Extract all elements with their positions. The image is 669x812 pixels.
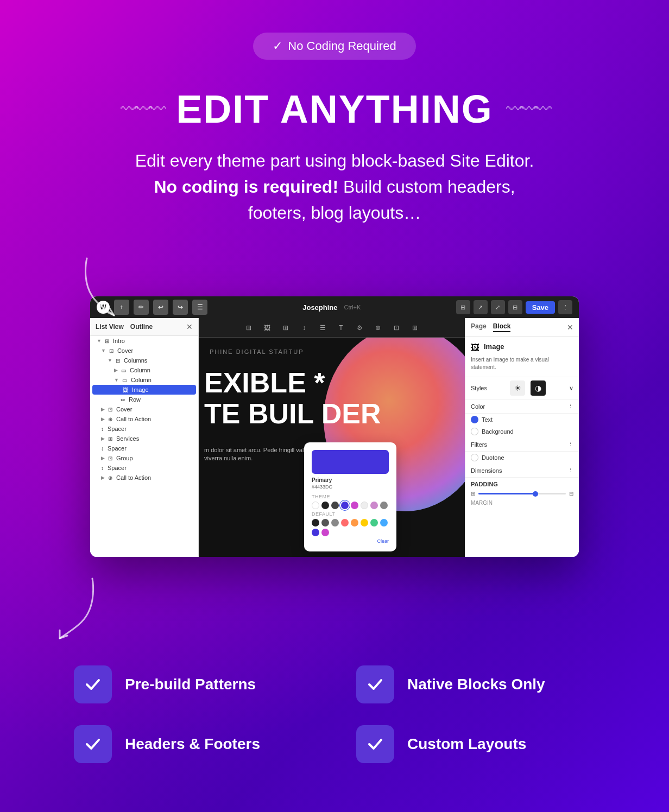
- text-color-label: Text: [482, 416, 493, 423]
- color-picker-popup: Primary #4433DC THEME: [304, 442, 396, 551]
- tree-columns[interactable]: ▼ ⊟ Columns: [90, 356, 198, 365]
- theme-color-lavender[interactable]: [370, 502, 378, 509]
- feature-item-1: Native Blocks Only: [356, 665, 595, 703]
- tree-cover-1[interactable]: ▼ ⊡ Cover: [90, 346, 198, 356]
- tree-group[interactable]: ▶ ⊡ Group: [90, 453, 198, 463]
- theme-color-purple[interactable]: [341, 502, 349, 509]
- tree-row[interactable]: ⇔ Row: [90, 395, 198, 404]
- background-color-dot: [471, 428, 478, 435]
- padding-link-icon: ⊞: [471, 491, 475, 497]
- theme-color-white[interactable]: [312, 502, 319, 509]
- checkmark-icon-0: [83, 675, 103, 694]
- default-color-3[interactable]: [331, 519, 339, 526]
- primary-color-swatch[interactable]: [312, 450, 389, 474]
- tree-image[interactable]: 🖼 Image: [92, 385, 196, 395]
- tree-spacer-2[interactable]: ↕ Spacer: [90, 443, 198, 453]
- tree-column-1[interactable]: ▶ ▭ Column: [90, 365, 198, 375]
- canvas-tool-8[interactable]: ⊕: [370, 321, 386, 334]
- default-color-1[interactable]: [312, 519, 319, 526]
- theme-color-black[interactable]: [321, 502, 329, 509]
- no-coding-badge: ✓ No Coding Required: [253, 33, 415, 60]
- canvas-tool-1[interactable]: ⊟: [241, 321, 256, 334]
- default-color-4[interactable]: [341, 519, 349, 526]
- default-color-2[interactable]: [321, 519, 329, 526]
- dimensions-row[interactable]: Dimensions ⋮: [465, 464, 579, 478]
- tree-spacer-1[interactable]: ↕ Spacer: [90, 424, 198, 434]
- default-color-6[interactable]: [361, 519, 368, 526]
- canvas-tool-9[interactable]: ⊡: [389, 321, 404, 334]
- default-color-7[interactable]: [370, 519, 378, 526]
- panel-close-icon[interactable]: ✕: [186, 322, 193, 331]
- duotone-label: Duotone: [482, 454, 504, 461]
- outline-tab[interactable]: Outline: [130, 323, 153, 331]
- duotone-row[interactable]: Duotone: [465, 452, 579, 464]
- list-view-tab[interactable]: List View: [96, 323, 124, 331]
- canvas-tool-5[interactable]: ☰: [315, 321, 330, 334]
- tree-cta-2[interactable]: ▶ ⊕ Call to Action: [90, 473, 198, 483]
- styles-row[interactable]: Styles ☀ ◑ ∨: [465, 377, 579, 399]
- filters-label: Filters: [471, 441, 487, 448]
- canvas-tool-3[interactable]: ⊞: [278, 321, 293, 334]
- feature-label-0: Pre-build Patterns: [125, 676, 256, 693]
- canvas-subtitle: PHINE DIGITAL STARTUP: [210, 348, 304, 355]
- feature-check-1: [356, 665, 394, 703]
- tree-spacer-3[interactable]: ↕ Spacer: [90, 463, 198, 473]
- default-color-9[interactable]: [312, 529, 319, 536]
- color-more-icon[interactable]: ⋮: [567, 403, 573, 410]
- feature-item-2: Headers & Footers: [74, 725, 313, 763]
- default-color-5[interactable]: [351, 519, 358, 526]
- canvas-toolbar: ⊟ 🖼 ⊞ ↕ ☰ T ⚙ ⊕ ⊡ ⊞: [199, 318, 465, 338]
- padding-slider-thumb[interactable]: [533, 491, 538, 497]
- top-arrow-icon: [76, 253, 130, 318]
- duotone-dot: [471, 454, 478, 461]
- panel-tabs: List View Outline: [96, 323, 153, 331]
- description-line2: Build custom headers,: [343, 177, 515, 196]
- tree-cover-2[interactable]: ▶ ⊡ Cover: [90, 404, 198, 414]
- dimensions-more-icon[interactable]: ⋮: [567, 467, 573, 474]
- canvas-tool-6[interactable]: T: [333, 321, 349, 334]
- canvas-tool-10[interactable]: ⊞: [407, 321, 422, 334]
- tree-column-2[interactable]: ▼ ▭ Column: [90, 375, 198, 385]
- tree-cta-1[interactable]: ▶ ⊕ Call to Action: [90, 414, 198, 424]
- tree-intro[interactable]: ▼ ⊞ Intro: [90, 336, 198, 346]
- theme-color-gray[interactable]: [380, 502, 388, 509]
- default-color-8[interactable]: [380, 519, 388, 526]
- top-arrow-container: [43, 253, 626, 318]
- padding-slider-track[interactable]: [478, 493, 566, 494]
- right-panel-close-icon[interactable]: ✕: [567, 323, 573, 332]
- canvas-tool-7[interactable]: ⚙: [352, 321, 367, 334]
- style-light-icon[interactable]: ☀: [510, 380, 525, 396]
- padding-label: PADDING: [465, 478, 579, 489]
- filters-more-icon[interactable]: ⋮: [567, 441, 573, 448]
- color-row-header[interactable]: Color ⋮: [465, 399, 579, 414]
- style-dark-icon[interactable]: ◑: [531, 380, 546, 396]
- feature-label-3: Custom Layouts: [407, 735, 526, 753]
- filters-row[interactable]: Filters ⋮: [465, 437, 579, 452]
- checkmark-icon-3: [365, 734, 385, 754]
- canvas-tool-2[interactable]: 🖼: [260, 321, 275, 334]
- theme-color-light[interactable]: [361, 502, 368, 509]
- tree-services[interactable]: ▶ ⊞ Services: [90, 434, 198, 443]
- right-panel-header: Page Block ✕: [465, 318, 579, 337]
- theme-colors-row: [312, 502, 389, 509]
- styles-expand-icon[interactable]: ∨: [569, 385, 573, 392]
- default-color-10[interactable]: [321, 529, 329, 536]
- canvas-area: ⊟ 🖼 ⊞ ↕ ☰ T ⚙ ⊕ ⊡ ⊞ PHINE DIGITAL STARTU…: [199, 318, 465, 557]
- primary-color-hex: #4433DC: [312, 484, 389, 490]
- text-color-row[interactable]: Text: [465, 414, 579, 426]
- block-tab[interactable]: Block: [493, 322, 511, 332]
- theme-color-magenta[interactable]: [351, 502, 358, 509]
- description-bold: No coding is required!: [154, 177, 338, 196]
- badge-label: No Coding Required: [288, 39, 396, 53]
- block-info-section: 🖼 Image Insert an image to make a visual…: [465, 337, 579, 377]
- theme-color-dark[interactable]: [331, 502, 339, 509]
- theme-section-label: THEME: [312, 494, 389, 499]
- page-tab[interactable]: Page: [471, 322, 487, 332]
- clear-button[interactable]: Clear: [312, 538, 389, 544]
- badge-check-icon: ✓: [273, 39, 282, 53]
- checkmark-icon-2: [83, 734, 103, 754]
- canvas-headline: EXIBLE * TE BUIL DER: [204, 367, 381, 429]
- canvas-tool-4[interactable]: ↕: [296, 321, 312, 334]
- background-color-row[interactable]: Background: [465, 426, 579, 437]
- feature-check-3: [356, 725, 394, 763]
